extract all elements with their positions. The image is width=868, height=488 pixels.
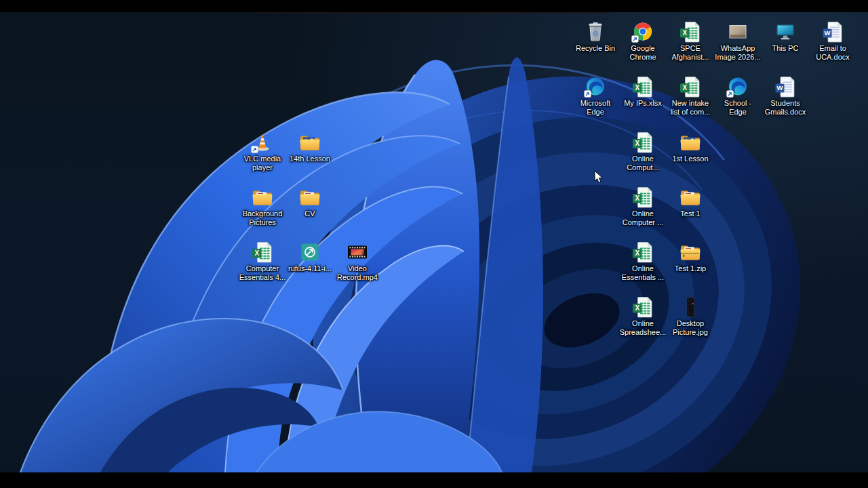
svg-text:X: X — [635, 304, 639, 312]
desktop-icon-background-pictures[interactable]: Background Pictures — [237, 186, 288, 227]
rufus-icon — [298, 241, 321, 264]
desktop-icon-label: Computer Essentials 4... — [239, 264, 285, 282]
chrome-icon — [631, 20, 654, 43]
desktop-icon-label: WhatsApp Image 2026... — [715, 44, 760, 62]
svg-text:X: X — [682, 29, 687, 37]
desktop-icon-video-record-mp4[interactable]: Video Record.mp4 — [332, 241, 383, 282]
desktop-icon-label: My IPs.xlsx — [624, 99, 662, 108]
desktop-icon-school-edge[interactable]: School - Edge — [712, 75, 764, 117]
desktop-icon-desktop-picture-jpg[interactable]: Desktop Picture.jpg — [665, 296, 716, 337]
desktop-icon-computer-essentials-4[interactable]: X Computer Essentials 4... — [237, 241, 288, 282]
shortcut-arrow-icon — [726, 90, 734, 98]
desktop-icon-rufus-4-11-i[interactable]: rufus-4.11-i... — [284, 241, 336, 273]
desktop-icon-label: Online Essentials ... — [622, 264, 664, 282]
word-icon: W — [821, 20, 844, 43]
desktop-icon-label: Google Chrome — [629, 44, 656, 62]
desktop-icon-vlc-media-player[interactable]: VLC media player — [237, 131, 288, 172]
folder-doc-icon — [251, 186, 274, 209]
shortcut-arrow-icon — [631, 35, 639, 43]
dark-photo-icon — [679, 296, 702, 319]
this-pc-icon — [774, 20, 797, 43]
edge-icon — [726, 75, 749, 98]
desktop-icon-test-1[interactable]: Test 1 — [665, 186, 716, 218]
svg-text:♻: ♻ — [593, 30, 599, 37]
desktop-icon-online-essentials[interactable]: X Online Essentials ... — [617, 241, 669, 282]
excel-icon: X — [631, 131, 654, 154]
svg-text:W: W — [825, 29, 831, 37]
desktop-icon-label: Students Gmails.docx — [765, 99, 806, 117]
desktop-icon-label: Background Pictures — [243, 209, 283, 227]
desktop-icon-online-comput[interactable]: X Online Comput... — [617, 131, 669, 172]
desktop-icon-new-intake-list-of-com[interactable]: X New intake list of com... — [665, 75, 716, 117]
desktop-icon-label: Online Computer ... — [623, 209, 664, 227]
desktop-icon-label: Test 1 — [680, 209, 700, 218]
svg-text:X: X — [635, 84, 639, 92]
svg-text:X: X — [682, 84, 687, 92]
desktop-icon-label: Desktop Picture.jpg — [673, 319, 708, 337]
excel-icon: X — [631, 186, 654, 209]
desktop-icon-students-gmails-docx[interactable]: W Students Gmails.docx — [760, 75, 811, 117]
word-icon: W — [774, 75, 797, 98]
desktop-icon-label: SPCE Afghanist... — [671, 44, 709, 62]
desktop-icon-this-pc[interactable]: This PC — [760, 20, 811, 53]
excel-icon: X — [631, 75, 654, 98]
desktop-icon-1st-lesson[interactable]: 1st Lesson — [665, 131, 716, 163]
desktop-icon-label: Email to UCA.docx — [816, 44, 850, 62]
svg-text:X: X — [635, 140, 639, 147]
desktop-icon-label: Video Record.mp4 — [337, 264, 378, 282]
desktop-icon-label: VLC media player — [244, 155, 281, 172]
excel-icon: X — [679, 75, 702, 98]
folder-img-icon — [679, 131, 702, 154]
desktop-icon-label: CV — [304, 209, 315, 218]
folder-img-icon — [298, 131, 321, 154]
desktop-icon-label: This PC — [772, 44, 798, 53]
vlc-icon — [251, 131, 274, 154]
svg-text:X: X — [635, 195, 639, 202]
desktop-icon-label: 1st Lesson — [672, 155, 708, 163]
folder-doc-icon — [679, 186, 702, 209]
desktop[interactable]: ♻ Recycle Bin Google Chrome X SPCE Afgha… — [0, 12, 868, 472]
excel-icon: X — [631, 241, 654, 264]
desktop-icon-14th-lesson[interactable]: 14th Lesson — [284, 131, 336, 163]
desktop-icon-label: Test 1.zip — [675, 264, 706, 273]
screen: { "window": { "letterbox_color": "#00000… — [0, 0, 868, 488]
svg-text:X: X — [635, 249, 639, 257]
desktop-icon-recycle-bin[interactable]: ♻ Recycle Bin — [570, 20, 621, 53]
desktop-icon-whatsapp-image-2026[interactable]: WhatsApp Image 2026... — [712, 20, 764, 62]
photo-icon — [726, 20, 749, 43]
shortcut-arrow-icon — [584, 90, 591, 98]
desktop-icon-spce-afghanist[interactable]: X SPCE Afghanist... — [665, 20, 716, 62]
excel-icon: X — [251, 241, 274, 264]
desktop-icon-label: 14th Lesson — [290, 155, 330, 163]
desktop-icon-label: Microsoft Edge — [580, 99, 611, 117]
letterbox-bottom — [0, 472, 868, 488]
folder-doc-icon — [298, 186, 321, 209]
desktop-icon-label: Recycle Bin — [576, 44, 615, 53]
desktop-icon-test-1-zip[interactable]: Test 1.zip — [665, 241, 716, 273]
desktop-icon-label: New intake list of com... — [671, 99, 711, 117]
shortcut-arrow-icon — [251, 146, 258, 153]
desktop-icon-label: Online Comput... — [627, 155, 659, 172]
excel-icon: X — [679, 20, 702, 43]
video-icon — [346, 241, 369, 264]
desktop-icon-microsoft-edge[interactable]: Microsoft Edge — [570, 75, 621, 117]
desktop-icon-label: Online Spreadshee... — [620, 319, 667, 337]
desktop-icon-google-chrome[interactable]: Google Chrome — [617, 20, 669, 62]
folder-zip-icon — [679, 241, 702, 264]
desktop-icon-cv[interactable]: CV — [284, 186, 336, 218]
desktop-icon-online-computer[interactable]: X Online Computer ... — [617, 186, 669, 227]
desktop-icon-label: rufus-4.11-i... — [288, 264, 332, 273]
desktop-icon-email-to-uca-docx[interactable]: W Email to UCA.docx — [807, 20, 859, 62]
letterbox-top — [0, 0, 868, 12]
recycle-bin-icon: ♻ — [584, 20, 607, 43]
svg-text:X: X — [254, 249, 259, 257]
desktop-icon-label: School - Edge — [724, 99, 751, 117]
desktop-icon-my-ips-xlsx[interactable]: X My IPs.xlsx — [617, 75, 669, 108]
desktop-icon-online-spreadshee[interactable]: X Online Spreadshee... — [617, 296, 669, 337]
edge-icon — [584, 75, 607, 98]
excel-icon: X — [631, 296, 654, 319]
svg-text:W: W — [777, 84, 783, 92]
